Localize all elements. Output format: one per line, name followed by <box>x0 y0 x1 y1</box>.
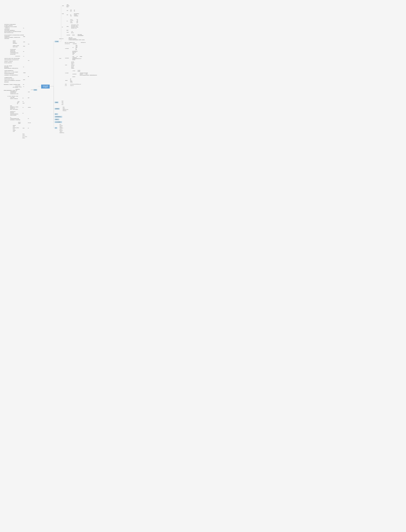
idx-4: 全文索引1 <box>59 129 62 130</box>
txeng-0: InnoDB <box>71 31 73 32</box>
view-perf: 性能影响 <box>23 79 25 80</box>
cursor-1: 只能在存储过程或更底层的客户端API使用 <box>10 118 19 119</box>
topic-perf[interactable]: 性能剖析 <box>55 102 58 103</box>
rw-v-0: 读锁 <box>74 10 75 10</box>
cc: 并发控制 <box>62 13 64 14</box>
view-upd: 可更新视图 <box>23 72 26 73</box>
st-dis-0: 没有好的调试和开发工具 <box>10 111 15 112</box>
inno-dev-4: 兼容性 <box>75 49 77 50</box>
layer-2: 存储引擎 <box>66 6 68 7</box>
txeng-1: NDB Cluster <box>71 32 74 33</box>
udv-0: 绑定变量7 <box>18 122 21 123</box>
topic-qopt[interactable]: 查询性能优化 <box>55 108 60 110</box>
perf-3: 有用2 <box>62 104 63 105</box>
my-3: 对整张表加锁 <box>72 59 75 60</box>
my-0c: 空间函数等 <box>80 56 82 57</box>
acid-v-1: 一致性 <box>77 20 78 21</box>
rw-0: 共享锁 <box>70 10 72 10</box>
topic-arch[interactable]: mysql架构 <box>55 41 59 42</box>
iso-1: READ COMMITED（提交读） <box>71 26 78 26</box>
part-scene-1: 分区表的数据更容易维护 <box>4 36 10 37</box>
fk-1: 通常需要每次在修改数据时都要在另外一个表中多执行一次查询 <box>4 90 17 91</box>
fk-0: 外键使用是有成本的 <box>15 89 20 90</box>
qopt-2: 衡量查询开销三个指标3 <box>63 109 68 110</box>
view: 视图 <box>28 76 29 77</box>
st-dis-3: 没有更好的办法控制资源消耗 <box>10 115 16 116</box>
qopt-3: 查询优化处理9 <box>63 110 66 111</box>
merge-0: 合并表相当于容器，里面包含了多个真实表，使用UNION指定包含哪些表 <box>4 58 20 59</box>
trig-0: 对每一个表的每一个事件最多只能定义一个触发器 <box>7 96 18 97</box>
topic-bench[interactable]: 基准测试10 <box>55 119 59 120</box>
conv-1: ALTER TABLE table_name ENGINE=engine_nam… <box>70 84 81 85</box>
qopt-0: 基础12 <box>63 107 65 108</box>
plugin-1: 后台插件 <box>13 126 15 127</box>
part-type-1: 根据键值分区 <box>13 42 16 42</box>
col-0: 大批量处理面面向列的存储引擎更有效 <box>80 73 88 74</box>
other-3: Federated引擎 <box>71 65 74 66</box>
oltp-0: TokuDB引擎 <box>78 70 80 71</box>
impl: 隐式和显示锁定 <box>66 35 70 35</box>
part-feat-7: 使用分区表，要在where条件中带入分区列 <box>4 32 13 33</box>
view-tool-1: 读取.frm中的视图创建信息 <box>13 87 18 88</box>
gran-v-2: 只在存储引擎层实现 <box>74 15 78 16</box>
plugin-5: 认证插件 <box>13 131 15 132</box>
impl-1: 事务执行中随时锁定 <box>78 34 82 35</box>
mvcc: 多版本并发（MVCC） <box>59 38 64 39</box>
mvcc-1: 通过保持数据某个时间点的快照实现 <box>69 38 76 39</box>
auto: 自动提交 <box>66 30 68 31</box>
other-0: Archive引擎 <box>71 61 74 62</box>
acid: ACID <box>66 21 68 22</box>
trig-d: 缺点 <box>22 98 24 98</box>
ev-0: 定时任务 <box>18 101 19 102</box>
st-adv-0: 提升安全 <box>10 105 12 106</box>
misc-3: 查询缓存9 <box>22 138 25 139</box>
qopt-1: 慢查询5 <box>63 108 65 109</box>
my-0: 全文索引 <box>72 56 74 57</box>
myisam: MyISAM存储引擎 <box>65 58 69 59</box>
acid-v-2: 隔离性 <box>77 21 78 22</box>
stored: 内部存储代码 <box>28 107 31 108</box>
other: 其他引擎 <box>65 65 67 66</box>
inno-dev-2: 可配置化 <box>75 47 77 48</box>
acid-1: C:Consistency <box>70 20 73 21</box>
sel-1: 备份 <box>70 80 71 80</box>
idx-1: B-Tree索引15 <box>59 125 63 126</box>
topic-schema[interactable]: Schema和数据类型 <box>55 121 62 123</box>
inno-2: 支持热备份 <box>72 53 75 54</box>
view-upd-3: 任何通过视图更新的行，都必须符合视图本身的WHERE条件定义 <box>4 75 18 75</box>
idx-3: 空间数据索引1 <box>59 127 63 128</box>
topic-cfg[interactable]: 配置 <box>55 113 58 115</box>
schema-0: 数据库（Schema）保存为数据目录下的子目录 <box>65 42 75 43</box>
dump-0: 导入导出 <box>65 85 67 86</box>
view-feat-1: 视图不能使用触发器 <box>4 67 9 67</box>
view-perf-0: 可以使用视图实现基于列的权限控制 <box>4 77 12 78</box>
view-limit: 限制 <box>23 84 24 85</box>
status-0: SHOW TABLE STATUS <box>65 43 70 44</box>
cursor-2: 指向的对象是临时表中，而不是实际查询到数据 <box>10 120 20 120</box>
col-1: Infobright引擎 <box>80 74 83 75</box>
inno-dev-1: 可扩展性 <box>75 46 77 47</box>
idx-0: 基础2 <box>59 124 61 125</box>
part-feat-2: MySql创建表时使用Partition By子语句定义分区存放的数据 <box>4 26 17 27</box>
acid-2: I:Isolation <box>70 21 72 22</box>
part-type: 分区类型 <box>23 42 25 42</box>
sel-3: 特有的特性 <box>70 82 72 82</box>
plugin-4: 全文解析插件 <box>13 130 16 131</box>
view-limit-1: 物化视图 <box>18 84 20 85</box>
col-1b: 10TB以上 <box>86 74 88 75</box>
view-upd-1: 如果视图定义中包含了group，union，聚合函数，就不能被更新了 <box>4 72 18 73</box>
inno-3: 子主题 <box>72 54 74 55</box>
merge: 合并表 <box>28 60 29 61</box>
part-feat-6: 如果分区字段中有主键或者唯一索引，那么所有主键列和唯一索引必须包含进来 <box>4 31 21 32</box>
my-1: 不支持事务和行级锁 <box>72 57 77 58</box>
topic-oshw[interactable]: 操作系统和硬件优化 <box>55 116 62 118</box>
topic-idx[interactable]: 索引 <box>55 127 57 129</box>
fk-2: 可以使用外键检查数据一致性 <box>10 91 16 92</box>
acid-v-3: 持久性 <box>77 22 78 23</box>
sp-0: 存储过程 <box>17 102 19 103</box>
iso-3: SERIALIZABLE（可串行） <box>71 28 77 29</box>
col-2: 如果查询无法在存储层使用面向列的模式执行，则需要在服务器层转换成按行处理 <box>80 75 97 76</box>
part-feat-3: 一个表只能有1024个分区 <box>4 28 10 28</box>
part-strat-1: 索引数据，并分离热点 <box>13 46 18 47</box>
topic-adv[interactable]: 高级特性 <box>33 89 37 91</box>
